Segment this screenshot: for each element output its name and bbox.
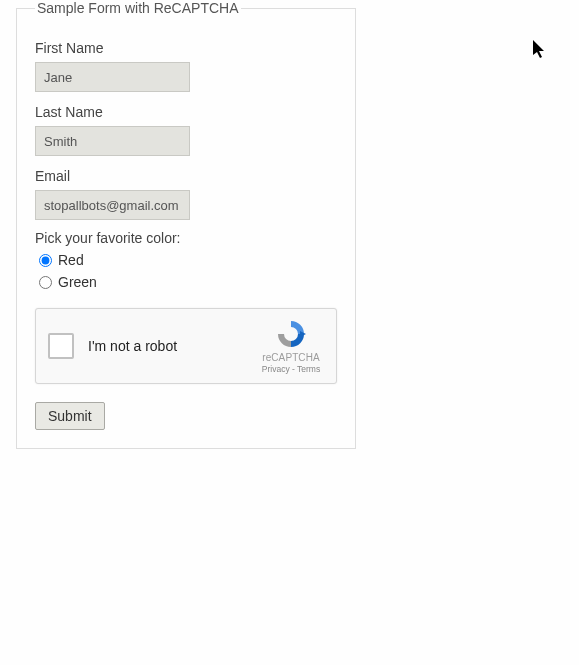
first-name-label: First Name	[35, 40, 337, 56]
email-input[interactable]	[35, 190, 190, 220]
sample-form: Sample Form with ReCAPTCHA First Name La…	[16, 0, 356, 449]
last-name-label: Last Name	[35, 104, 337, 120]
color-radio-red[interactable]	[39, 254, 52, 267]
recaptcha-checkbox[interactable]	[48, 333, 74, 359]
email-label: Email	[35, 168, 337, 184]
color-radio-green-label: Green	[58, 274, 97, 290]
color-radio-group: Pick your favorite color: Red Green	[35, 230, 337, 290]
mouse-cursor-icon	[533, 40, 549, 60]
last-name-input[interactable]	[35, 126, 190, 156]
recaptcha-widget: I'm not a robot reCAPTCHA Privacy - Term…	[35, 308, 337, 384]
first-name-input[interactable]	[35, 62, 190, 92]
first-name-field: First Name	[35, 40, 337, 92]
color-question: Pick your favorite color:	[35, 230, 337, 246]
recaptcha-brand: reCAPTCHA Privacy - Terms	[258, 318, 324, 374]
color-option-red[interactable]: Red	[39, 252, 337, 268]
color-radio-green[interactable]	[39, 276, 52, 289]
form-legend: Sample Form with ReCAPTCHA	[35, 0, 241, 16]
recaptcha-privacy-link[interactable]: Privacy	[262, 364, 290, 374]
recaptcha-label: I'm not a robot	[88, 338, 258, 354]
recaptcha-terms-link[interactable]: Terms	[297, 364, 320, 374]
recaptcha-brand-name: reCAPTCHA	[262, 352, 320, 363]
color-radio-red-label: Red	[58, 252, 84, 268]
color-option-green[interactable]: Green	[39, 274, 337, 290]
last-name-field: Last Name	[35, 104, 337, 156]
email-field: Email	[35, 168, 337, 220]
submit-button[interactable]: Submit	[35, 402, 105, 430]
recaptcha-links: Privacy - Terms	[262, 364, 320, 374]
recaptcha-logo-icon	[275, 318, 307, 350]
